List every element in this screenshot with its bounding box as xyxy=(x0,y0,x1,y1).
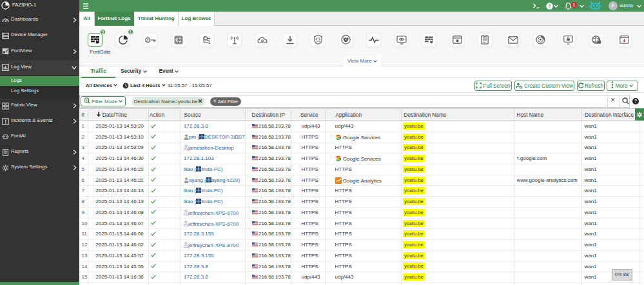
svg-text:?: ? xyxy=(548,3,551,9)
